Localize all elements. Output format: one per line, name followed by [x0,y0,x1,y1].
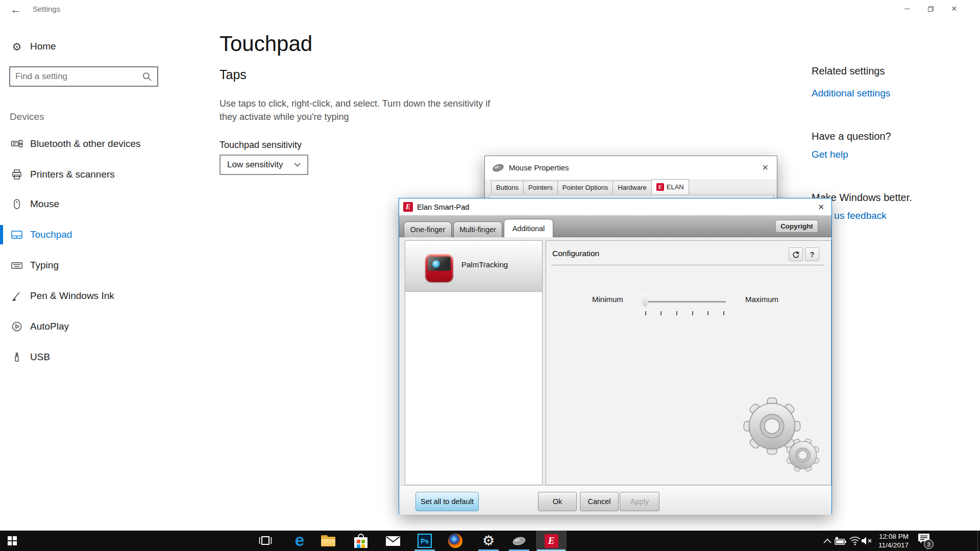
badge-count: 3 [927,541,930,547]
elan-dialog-title: Elan Smart-Pad [417,203,469,211]
tab-one-finger[interactable]: One-finger [404,221,452,237]
back-button[interactable]: ← [7,2,24,17]
help-icon: ? [810,251,815,259]
search-icon[interactable] [142,71,152,82]
have-question-heading: Have a question? [812,131,891,142]
taskbar-item-mail[interactable] [381,531,405,551]
tab-pointers[interactable]: Pointers [523,181,558,194]
config-heading: Configuration [552,249,599,258]
tray-clock[interactable]: 12:08 PM 11/4/2017 [871,532,909,549]
get-help-link[interactable]: Get help [812,149,848,160]
taskbar-item-firefox[interactable] [443,531,468,551]
restore-button[interactable] [919,0,942,17]
tab-label: Pointers [528,184,553,191]
taskbar-item-file-explorer[interactable] [316,531,340,551]
restore-icon [928,6,934,12]
show-desktop-button[interactable] [977,531,980,551]
printer-icon [11,168,23,181]
file-explorer-icon [321,535,335,546]
sidebar-item-typing[interactable]: Typing [0,255,214,276]
related-settings-heading: Related settings [812,65,885,77]
slider-tick [692,311,693,315]
minimize-button[interactable] [895,0,919,17]
slider-tick [660,311,662,315]
taskbar-item-photoshop[interactable]: Ps [412,531,437,551]
tab-additional[interactable]: Additional [504,219,553,237]
elan-dialog: E Elan Smart-Pad ✕ One-finger Multi-fing… [399,198,832,514]
palmtracking-icon [425,254,453,282]
taskbar-item-edge[interactable]: e [287,531,312,551]
sidebar-item-printers[interactable]: Printers & scanners [0,164,214,185]
sidebar-item-bluetooth[interactable]: Bluetooth & other devices [0,133,214,155]
sidebar-item-touchpad[interactable]: Touchpad [0,224,214,245]
action-center-button[interactable]: 3 [915,531,937,551]
list-item-label: PalmTracking [461,260,508,269]
minimize-icon [904,9,910,9]
tab-multi-finger[interactable]: Multi-finger [453,221,502,237]
mouse-dialog-tabstrip: Buttons Pointers Pointer Options Hardwar… [491,181,689,194]
tray-wifi-icon[interactable] [848,535,862,547]
tab-pointer-options[interactable]: Pointer Options [557,181,614,194]
taskbar-item-mouse-properties[interactable] [507,531,531,551]
store-icon [354,534,368,548]
button-label: Set all to default [421,497,474,506]
back-arrow-icon: ← [11,4,21,16]
search-box [9,66,158,87]
slider-thumb[interactable] [642,294,648,308]
cancel-button[interactable]: Cancel [580,492,619,511]
button-label: Apply [630,497,649,506]
sidebar-item-autoplay[interactable]: AutoPlay [0,316,214,337]
sidebar-section-label: Devices [10,111,44,122]
elan-logo-icon: E [545,534,558,548]
section-heading: Taps [219,67,247,82]
sidebar-item-pen[interactable]: Pen & Windows Ink [0,285,214,307]
refresh-button[interactable] [789,247,803,261]
tray-chevron-up-icon[interactable] [821,535,834,547]
taskbar-item-settings[interactable]: ⚙ [476,531,501,551]
elan-dialog-footer: Set all to default Ok Cancel Apply [399,485,831,515]
page-title: Touchpad [219,32,312,56]
close-icon: ✕ [818,203,824,211]
tab-label: Additional [512,224,545,233]
slider-min-label: Minimum [592,295,623,304]
elan-dialog-close[interactable]: ✕ [818,203,824,212]
firefox-icon [448,534,462,548]
additional-settings-link[interactable]: Additional settings [812,88,890,99]
sensitivity-value: Low sensitivity [220,160,294,170]
keyboard-icon [11,259,23,271]
taskbar-item-elan[interactable]: E [536,531,567,551]
list-item-palmtracking[interactable]: PalmTracking [405,241,542,292]
edge-icon: e [295,532,304,548]
sidebar-item-usb[interactable]: USB [0,346,214,368]
copyright-button[interactable]: Copyright [775,220,818,233]
pen-icon [11,290,23,302]
search-input[interactable] [10,71,142,82]
close-button[interactable]: ✕ [942,0,966,17]
sensitivity-dropdown[interactable]: Low sensitivity [219,155,308,175]
tab-elan[interactable]: E ELAN [651,179,689,194]
taskbar-item-store[interactable] [349,531,373,551]
ok-button[interactable]: Ok [538,492,577,511]
slider-tick [645,311,646,315]
task-view-icon [259,535,272,546]
task-view-button[interactable] [253,531,278,551]
button-label: Cancel [587,497,610,506]
gear-icon: ⚙ [482,534,495,548]
set-default-button[interactable]: Set all to default [415,492,479,511]
slider-tick [676,311,677,315]
sidebar-item-home[interactable]: ⚙ Home [0,36,214,57]
tab-hardware[interactable]: Hardware [612,181,651,194]
slider-track[interactable] [645,301,726,303]
autoplay-icon [11,320,23,333]
tray-battery-icon[interactable] [834,535,847,547]
mouse-dialog-close[interactable]: ✕ [762,163,769,172]
apply-button[interactable]: Apply [620,492,659,511]
gears-graphic [736,390,824,479]
photoshop-icon: Ps [418,534,432,548]
sidebar-item-mouse[interactable]: Mouse [0,193,214,215]
start-button[interactable] [0,531,24,551]
help-button[interactable]: ? [805,247,819,261]
desktop: ← Settings ✕ ⚙ Home Devices [0,0,980,551]
tab-buttons[interactable]: Buttons [491,181,524,194]
gear-icon: ⚙ [11,41,23,52]
